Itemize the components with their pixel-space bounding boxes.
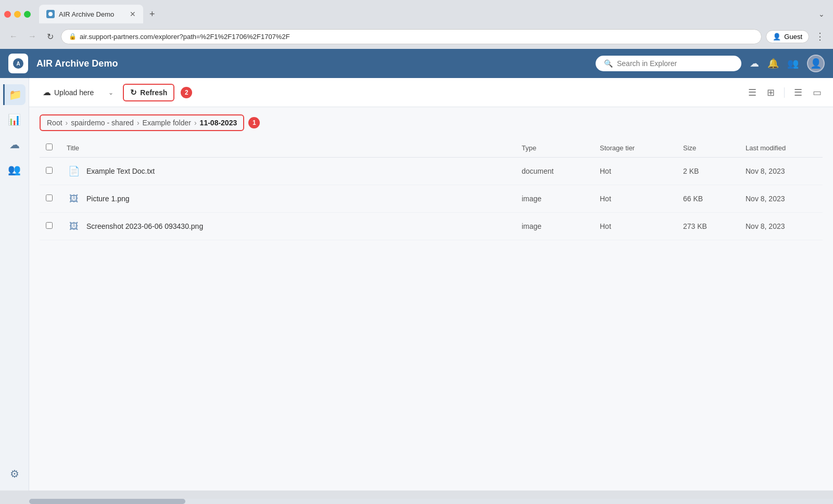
scrollbar-track[interactable] xyxy=(29,499,833,504)
toolbar-divider xyxy=(784,87,785,98)
layout-btn[interactable]: ▭ xyxy=(810,85,825,100)
select-all-checkbox[interactable] xyxy=(46,144,53,150)
tab-title: AIR Archive Demo xyxy=(59,10,114,18)
bottom-strip xyxy=(0,490,833,504)
file-type-1: image xyxy=(515,185,594,213)
row-checkbox-1[interactable] xyxy=(46,195,53,201)
app-title: AIR Archive Demo xyxy=(36,58,587,69)
sidebar-item-explorer[interactable]: 📁 xyxy=(3,84,26,105)
cloud-sync-icon[interactable]: ☁ xyxy=(750,58,759,69)
grid-view-btn[interactable]: ⊞ xyxy=(764,85,778,100)
file-size-0: 2 KB xyxy=(677,158,739,185)
breadcrumb-sep-3: › xyxy=(194,119,197,127)
file-tier-1: Hot xyxy=(594,185,677,213)
url-display: air.support-partners.com/explorer?path=%… xyxy=(80,33,290,41)
toolbar: ☁ Upload here ⌄ ↻ Refresh 2 ☰ ⊞ ☰ ▭ xyxy=(29,78,833,107)
folder-icon: 📁 xyxy=(9,88,22,101)
col-header-tier: Storage tier xyxy=(594,138,677,158)
breadcrumb-sep-2: › xyxy=(137,119,140,127)
upload-chevron-icon[interactable]: ⌄ xyxy=(105,87,117,98)
file-type-0: document xyxy=(515,158,594,185)
toolbar-right: ☰ ⊞ ☰ ▭ xyxy=(745,85,825,100)
profile-btn[interactable]: 👤 Guest xyxy=(766,30,809,43)
tab-bar-expand-btn[interactable]: ⌄ xyxy=(814,8,829,20)
avatar[interactable]: 👤 xyxy=(807,55,825,72)
list-view-btn[interactable]: ☰ xyxy=(745,85,760,100)
table-row[interactable]: 📄 Example Text Doc.txt document Hot 2 KB… xyxy=(40,158,823,185)
breadcrumb-sep-1: › xyxy=(66,119,68,127)
sidebar-item-users[interactable]: 👥 xyxy=(4,159,25,180)
breadcrumb-bar: Root › spairdemo - shared › Example fold… xyxy=(29,107,833,138)
tab-favicon xyxy=(46,10,55,18)
breadcrumb-current[interactable]: 11-08-2023 xyxy=(200,119,237,127)
row-checkbox-2[interactable] xyxy=(46,222,53,229)
profile-label: Guest xyxy=(784,33,802,41)
address-bar: ← → ↻ 🔒 air.support-partners.com/explore… xyxy=(0,24,833,49)
settings-icon: ⚙ xyxy=(10,468,19,480)
file-icon-0: 📄 xyxy=(67,164,81,178)
file-date-2: Nov 8, 2023 xyxy=(739,213,823,240)
minimize-window-btn[interactable] xyxy=(14,11,21,18)
browser-menu-btn[interactable]: ⋮ xyxy=(813,29,827,44)
file-date-0: Nov 8, 2023 xyxy=(739,158,823,185)
app-logo[interactable]: A xyxy=(8,54,28,73)
svg-text:A: A xyxy=(16,61,20,67)
search-bar[interactable]: 🔍 xyxy=(596,56,741,71)
cloud-icon: ☁ xyxy=(9,138,20,151)
table-row[interactable]: 🖼 Picture 1.png image Hot 66 KB Nov 8, 2… xyxy=(40,185,823,213)
users-icon: 👥 xyxy=(8,163,21,176)
tab-close-btn[interactable]: ✕ xyxy=(130,10,136,18)
forward-btn[interactable]: → xyxy=(25,30,40,43)
file-name-1[interactable]: Picture 1.png xyxy=(86,195,130,203)
upload-icon: ☁ xyxy=(43,87,51,97)
content-area: ☁ Upload here ⌄ ↻ Refresh 2 ☰ ⊞ ☰ ▭ Root… xyxy=(29,78,833,490)
filter-btn[interactable]: ☰ xyxy=(791,85,805,100)
breadcrumb-root[interactable]: Root xyxy=(47,119,62,127)
notification-icon[interactable]: 🔔 xyxy=(767,58,779,69)
refresh-label: Refresh xyxy=(140,88,167,97)
breadcrumb-folder[interactable]: Example folder xyxy=(143,119,191,127)
file-name-2[interactable]: Screenshot 2023-06-06 093430.png xyxy=(86,222,203,230)
file-tier-2: Hot xyxy=(594,213,677,240)
header-icons: ☁ 🔔 👥 👤 xyxy=(750,55,825,72)
maximize-window-btn[interactable] xyxy=(24,11,31,18)
search-input[interactable] xyxy=(617,59,733,68)
close-window-btn[interactable] xyxy=(4,11,11,18)
new-tab-btn[interactable]: + xyxy=(145,7,159,22)
refresh-icon: ↻ xyxy=(130,88,137,97)
sidebar: 📁 📊 ☁ 👥 ⚙ xyxy=(0,78,29,490)
refresh-btn[interactable]: ↻ Refresh xyxy=(123,84,174,101)
table-row[interactable]: 🖼 Screenshot 2023-06-06 093430.png image… xyxy=(40,213,823,240)
breadcrumb: Root › spairdemo - shared › Example fold… xyxy=(40,114,244,131)
user-management-icon[interactable]: 👥 xyxy=(787,58,799,69)
sidebar-item-activity[interactable]: 📊 xyxy=(4,109,25,130)
file-icon-2: 🖼 xyxy=(67,219,81,234)
svg-point-0 xyxy=(48,12,53,16)
row-checkbox-0[interactable] xyxy=(46,167,53,174)
table-header-row: Title Type Storage tier Size Last modifi xyxy=(40,138,823,158)
sidebar-item-cloud[interactable]: ☁ xyxy=(4,134,25,155)
file-type-2: image xyxy=(515,213,594,240)
profile-icon: 👤 xyxy=(773,33,781,41)
breadcrumb-badge: 1 xyxy=(248,117,260,128)
col-header-title: Title xyxy=(60,138,515,158)
app-header: A AIR Archive Demo 🔍 ☁ 🔔 👥 👤 xyxy=(0,49,833,78)
file-name-0[interactable]: Example Text Doc.txt xyxy=(86,167,155,175)
scrollbar-thumb[interactable] xyxy=(29,499,185,504)
breadcrumb-shared[interactable]: spairdemo - shared xyxy=(71,119,134,127)
refresh-badge: 2 xyxy=(181,87,192,98)
col-header-size: Size xyxy=(677,138,739,158)
col-header-type: Type xyxy=(515,138,594,158)
reload-btn[interactable]: ↻ xyxy=(44,30,57,44)
sidebar-item-settings[interactable]: ⚙ xyxy=(4,463,25,484)
back-btn[interactable]: ← xyxy=(6,30,21,43)
upload-btn[interactable]: ☁ Upload here xyxy=(37,84,99,100)
security-icon: 🔒 xyxy=(69,33,77,40)
file-date-1: Nov 8, 2023 xyxy=(739,185,823,213)
window-controls xyxy=(4,11,31,18)
activity-icon: 📊 xyxy=(8,113,21,126)
address-input-bar[interactable]: 🔒 air.support-partners.com/explorer?path… xyxy=(61,29,762,44)
search-icon: 🔍 xyxy=(604,59,613,68)
file-tier-0: Hot xyxy=(594,158,677,185)
browser-tab[interactable]: AIR Archive Demo ✕ xyxy=(39,5,143,23)
